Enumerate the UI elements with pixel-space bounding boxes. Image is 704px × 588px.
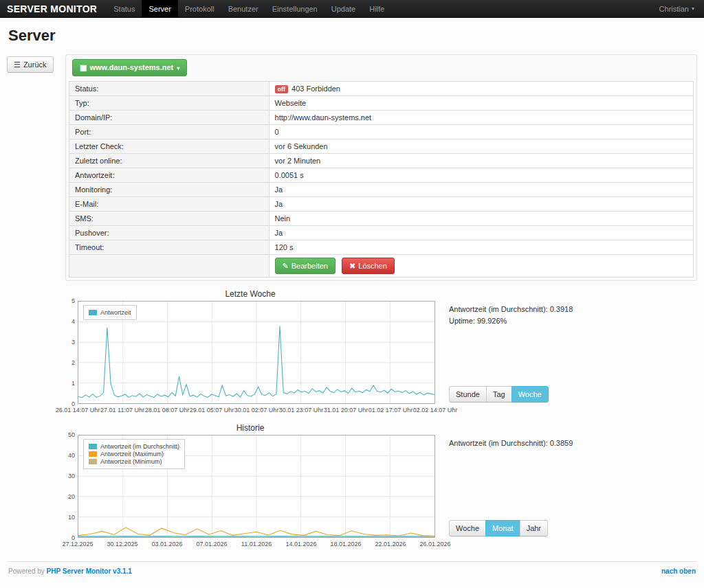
history-chart-section: Historie 01020304050 Antwortzeit (im Dur… xyxy=(65,423,697,549)
detail-value: 0 xyxy=(269,124,693,139)
legend-item: Antwortzeit (im Durchschnitt) xyxy=(89,443,179,450)
actions-cell: ✎Bearbeiten ✖Löschen xyxy=(269,254,693,277)
legend-label: Antwortzeit (Minimum) xyxy=(100,458,162,465)
y-axis-tick: 2 xyxy=(72,359,75,366)
server-detail-panel: ▦www.daun-systems.net▾ Status:off403 For… xyxy=(65,54,697,281)
y-axis-tick: 1 xyxy=(72,380,75,387)
detail-row: Status:off403 Forbidden xyxy=(69,81,694,95)
detail-label: SMS: xyxy=(69,211,270,225)
detail-label: E-Mail: xyxy=(69,196,270,211)
caret-down-icon: ▾ xyxy=(177,65,179,71)
legend-swatch xyxy=(89,451,97,457)
x-axis-tick: 18.01.2026 xyxy=(330,541,361,547)
detail-value: 0.0051 s xyxy=(269,168,693,182)
y-axis-tick: 10 xyxy=(68,514,75,521)
detail-row: Port:0 xyxy=(69,124,694,139)
server-details-body: Status:off403 ForbiddenTyp:WebseiteDomai… xyxy=(69,81,694,254)
week-chart-plot: Antwortzeit xyxy=(78,301,435,404)
x-axis-tick: 30.01 02:07 Uhr xyxy=(234,407,279,414)
detail-row: Timeout:120 s xyxy=(69,240,694,254)
x-axis-tick: 07.01.2026 xyxy=(196,541,227,547)
legend-swatch xyxy=(89,444,97,449)
history-chart-x-axis: 27.12.202530.12.202503.01.202607.01.2026… xyxy=(78,538,435,549)
week-uptime-text: Uptime: 99.926% xyxy=(449,315,697,328)
nav-item-status[interactable]: Status xyxy=(107,0,142,17)
detail-row: Typ:Webseite xyxy=(69,95,694,110)
detail-row: Domain/IP:http://www.daun-systems.net xyxy=(69,110,694,124)
detail-row: Monitoring:Ja xyxy=(69,182,694,196)
week-range-stunde-button[interactable]: Stunde xyxy=(449,386,487,403)
legend-item: Antwortzeit xyxy=(89,309,131,316)
detail-value: Webseite xyxy=(269,95,693,110)
x-axis-tick: 02.02 14:07 Uhr xyxy=(413,407,458,414)
detail-label: Pushover: xyxy=(69,225,270,240)
week-range-tag-button[interactable]: Tag xyxy=(486,386,512,403)
y-axis-tick: 4 xyxy=(72,318,75,325)
x-axis-tick: 30.12.2025 xyxy=(107,541,138,547)
history-chart-stats: Antwortzeit (im Durchschnitt): 0.3859 xyxy=(449,438,697,450)
x-axis-tick: 27.01 11:07 Uhr xyxy=(100,407,144,414)
detail-label: Typ: xyxy=(69,95,270,110)
nav-item-protokoll[interactable]: Protokoll xyxy=(178,0,221,17)
detail-label: Antwortzeit: xyxy=(69,168,270,182)
powered-by-label: Powered by xyxy=(8,567,45,575)
navbar-items: StatusServerProtokollBenutzerEinstellung… xyxy=(107,0,391,17)
delete-button[interactable]: ✖Löschen xyxy=(342,258,395,274)
server-dropdown-label: www.daun-systems.net xyxy=(89,63,173,71)
detail-row: Letzter Check:vor 6 Sekunden xyxy=(69,139,694,153)
list-icon: ☰ xyxy=(14,60,21,69)
legend-item: Antwortzeit (Minimum) xyxy=(89,458,179,465)
x-axis-tick: 31.01 20:07 Uhr xyxy=(324,407,368,414)
top-navbar: SERVER MONITOR StatusServerProtokollBenu… xyxy=(0,0,704,18)
user-menu[interactable]: Christian ▾ xyxy=(650,0,704,17)
back-to-top-link[interactable]: nach oben xyxy=(661,567,696,575)
edit-button-label: Bearbeiten xyxy=(292,262,328,270)
edit-button[interactable]: ✎Bearbeiten xyxy=(275,258,336,274)
detail-value: vor 6 Sekunden xyxy=(269,139,693,153)
user-name: Christian xyxy=(659,5,689,13)
week-chart-x-axis: 26.01 14:07 Uhr27.01 11:07 Uhr28.01 08:0… xyxy=(78,404,435,415)
detail-row: Zuletzt online:vor 2 Minuten xyxy=(69,153,694,168)
y-axis-tick: 30 xyxy=(68,473,75,479)
legend-label: Antwortzeit (im Durchschnitt) xyxy=(100,443,179,450)
nav-item-update[interactable]: Update xyxy=(324,0,362,17)
history-avg-text: Antwortzeit (im Durchschnitt): 0.3859 xyxy=(449,438,697,450)
nav-item-server[interactable]: Server xyxy=(142,0,177,17)
x-axis-tick: 03.01.2026 xyxy=(151,541,182,547)
status-off-badge: off xyxy=(275,85,289,93)
week-chart-section: Letzte Woche 012345 Antwortzeit 26.01 14… xyxy=(65,289,697,415)
edit-icon: ✎ xyxy=(283,262,289,270)
history-range-woche-button[interactable]: Woche xyxy=(449,520,486,536)
x-axis-tick: 26.01.2026 xyxy=(419,541,450,547)
x-icon: ✖ xyxy=(349,262,355,270)
server-dropdown-button[interactable]: ▦www.daun-systems.net▾ xyxy=(72,59,187,76)
history-range-jahr-button[interactable]: Jahr xyxy=(520,520,548,536)
detail-label: Zuletzt online: xyxy=(69,153,270,168)
detail-value: Ja xyxy=(269,225,693,240)
legend-swatch xyxy=(89,310,97,315)
y-axis-tick: 40 xyxy=(68,452,75,459)
back-button-label: Zurück xyxy=(23,60,47,69)
history-range-buttons: WocheMonatJahr xyxy=(449,520,697,536)
actions-empty-cell xyxy=(69,254,270,277)
nav-item-einstellungen[interactable]: Einstellungen xyxy=(265,0,324,17)
detail-value: Ja xyxy=(269,196,693,211)
nav-item-hilfe[interactable]: Hilfe xyxy=(362,0,391,17)
y-axis-tick: 3 xyxy=(72,339,75,346)
week-range-woche-button[interactable]: Woche xyxy=(512,386,549,403)
back-button[interactable]: ☰Zurück xyxy=(7,56,54,73)
week-chart-title: Letzte Woche xyxy=(65,289,435,301)
detail-value: 120 s xyxy=(269,240,693,254)
history-chart-y-axis: 01020304050 xyxy=(65,435,77,538)
x-axis-tick: 11.01.2026 xyxy=(241,541,272,547)
actions-row: ✎Bearbeiten ✖Löschen xyxy=(69,254,694,277)
x-axis-tick: 29.01 05:07 Uhr xyxy=(190,407,234,414)
detail-value: Ja xyxy=(269,182,693,196)
history-chart-plot: Antwortzeit (im Durchschnitt)Antwortzeit… xyxy=(78,435,435,538)
nav-item-benutzer[interactable]: Benutzer xyxy=(221,0,265,17)
psm-version-link[interactable]: PHP Server Monitor v3.1.1 xyxy=(47,567,132,575)
history-range-monat-button[interactable]: Monat xyxy=(485,520,520,536)
detail-value: Nein xyxy=(269,211,693,225)
footer: Powered by PHP Server Monitor v3.1.1 nac… xyxy=(7,561,697,585)
history-chart-legend: Antwortzeit (im Durchschnitt)Antwortzeit… xyxy=(83,439,185,469)
